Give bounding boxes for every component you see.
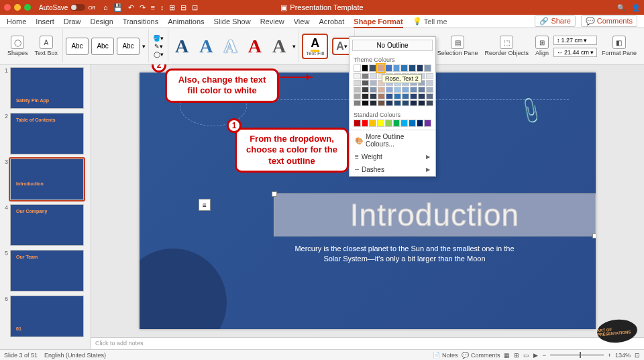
qat-icon[interactable]: ≡ [151,3,155,12]
colour-swatch[interactable] [369,120,376,127]
colour-swatch[interactable] [354,64,361,72]
colour-swatch[interactable] [354,100,361,106]
tab-shape-format[interactable]: Shape Format [354,17,402,26]
colour-swatch[interactable] [410,100,417,106]
comments-button[interactable]: 💬 Comments [581,15,637,27]
slide-thumbnail[interactable]: Table of Contents [10,113,84,154]
tab-acrobat[interactable]: Acrobat [319,17,344,26]
align-button[interactable]: ⊞Align [533,34,551,58]
shape-style-preset[interactable]: Abc [91,38,114,55]
reading-view-icon[interactable]: ▭ [523,352,529,359]
colour-swatch[interactable] [370,87,377,93]
slide-thumbnail[interactable]: Introduction [10,159,84,200]
colour-swatch[interactable] [378,87,385,93]
colour-swatch[interactable] [377,120,384,127]
colour-swatch[interactable] [418,87,425,93]
qat-icon[interactable]: ⊞ [169,3,175,12]
notes-toggle[interactable]: 📄 Notes [433,352,458,359]
colour-swatch[interactable] [417,120,424,127]
colour-swatch[interactable] [417,64,424,72]
minimize-window-icon[interactable] [14,4,21,11]
colour-swatch[interactable] [402,100,409,106]
tab-insert[interactable]: Insert [36,17,54,26]
colour-swatch[interactable] [418,100,425,106]
width-input[interactable]: ↔ 21.44 cm ▾ [553,48,597,57]
zoom-level[interactable]: 134% [615,352,631,359]
colour-swatch[interactable] [362,64,369,72]
colour-swatch[interactable] [409,120,416,127]
colour-swatch[interactable] [354,73,361,79]
colour-swatch[interactable] [386,100,393,106]
colour-swatch[interactable] [370,73,377,79]
colour-swatch[interactable] [386,93,393,99]
colour-swatch[interactable] [400,64,408,72]
height-input[interactable]: ↕ 1.27 cm ▾ [553,36,597,45]
tab-slideshow[interactable]: Slide Show [214,17,251,26]
fit-to-window-icon[interactable]: ⊡ [635,352,640,359]
tab-review[interactable]: Review [260,17,284,26]
weight-submenu[interactable]: ≡Weight▶ [350,150,435,163]
selection-pane-button[interactable]: ▤Selection Pane [435,34,480,58]
colour-swatch[interactable] [370,93,377,99]
colour-swatch[interactable] [418,93,425,99]
comments-toggle[interactable]: 💬 Comments [462,352,500,359]
slide-thumbnail[interactable]: Safety Pin App [10,67,84,109]
zoom-slider[interactable] [550,354,604,356]
colour-swatch[interactable] [410,87,417,93]
tab-view[interactable]: View [294,17,310,26]
colour-swatch[interactable] [378,93,385,99]
colour-swatch[interactable] [402,87,409,93]
more-outline-colours-item[interactable]: 🎨More Outline Colours... [350,130,435,150]
undo-icon[interactable]: ↶ [128,3,134,12]
colour-swatch[interactable] [394,93,401,99]
qat-icon[interactable]: ↕ [160,3,164,12]
shape-style-preset[interactable]: Abc [117,38,140,55]
shape-style-preset[interactable]: Abc [66,38,89,55]
text-fill-button[interactable]: A Text Fill [302,34,328,59]
shape-effects-button[interactable]: ◯▾ [154,51,164,58]
colour-swatch[interactable] [394,87,401,93]
colour-swatch[interactable] [393,64,400,72]
colour-swatch[interactable] [426,80,433,86]
close-window-icon[interactable] [4,4,11,11]
shape-outline-button[interactable]: ✎▾ [154,43,163,50]
colour-swatch[interactable] [393,120,400,127]
tell-me-search[interactable]: 💡 Tell me [413,17,447,26]
colour-swatch[interactable] [362,100,369,106]
shapes-button[interactable]: ◯Shapes [5,34,30,58]
slideshow-view-icon[interactable]: ▶ [533,352,538,359]
colour-swatch[interactable] [362,87,369,93]
notes-pane[interactable]: Click to add notes [91,337,644,349]
colour-swatch[interactable] [354,87,361,93]
autosave-switch-icon[interactable] [70,4,85,11]
colour-swatch[interactable] [424,64,431,72]
colour-swatch[interactable] [354,80,361,86]
colour-swatch[interactable] [410,93,417,99]
save-icon[interactable]: 💾 [113,3,123,12]
language-label[interactable]: English (United States) [44,352,106,359]
colour-swatch[interactable] [400,120,408,127]
colour-swatch[interactable] [385,120,392,127]
reorder-objects-button[interactable]: ⬚Reorder Objects [482,34,531,58]
colour-swatch[interactable] [362,80,369,86]
sorter-view-icon[interactable]: ⊞ [514,352,519,359]
qat-icon[interactable]: ⊡ [192,3,198,12]
fullscreen-window-icon[interactable] [24,4,31,11]
tab-draw[interactable]: Draw [64,17,81,26]
format-pane-button[interactable]: ◧Format Pane [600,34,639,58]
text-box-button[interactable]: AText Box [33,34,60,58]
slide-thumbnail[interactable]: Our Team [10,250,84,291]
colour-swatch[interactable] [426,100,433,106]
user-icon[interactable]: 👤 [632,4,640,11]
colour-swatch[interactable] [402,93,409,99]
slide-thumbnail[interactable]: 01 [10,296,84,337]
wordart-style[interactable]: A [244,36,266,57]
colour-swatch[interactable] [409,64,416,72]
wordart-style[interactable]: A [195,36,217,57]
colour-swatch[interactable] [362,73,369,79]
colour-swatch[interactable] [362,93,369,99]
wordart-style[interactable]: A [171,36,193,57]
expand-styles-icon[interactable]: ▾ [142,43,146,50]
colour-swatch[interactable] [394,100,401,106]
colour-swatch[interactable] [370,80,377,86]
